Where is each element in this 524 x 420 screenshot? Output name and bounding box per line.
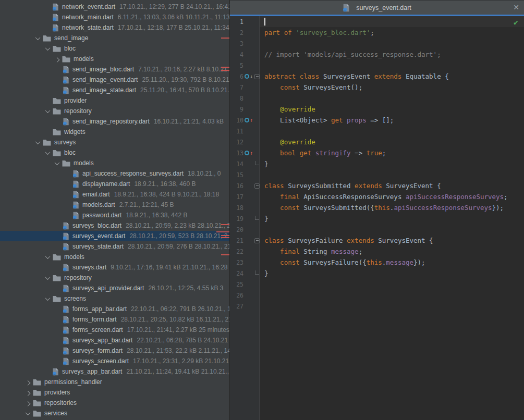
tree-file-surveys_event.dart[interactable]: surveys_event.dart28.10.21., 20:59, 523 … bbox=[0, 231, 229, 241]
code-line[interactable]: 10↑ List<Object> get props => []; bbox=[230, 115, 524, 126]
chevron-down-icon[interactable] bbox=[43, 109, 53, 113]
chevron-right-icon[interactable] bbox=[52, 57, 62, 61]
chevron-down-icon[interactable] bbox=[43, 297, 53, 301]
code-line[interactable]: 9 @override bbox=[230, 104, 524, 115]
tree-file-surveys_app_bar.dart[interactable]: surveys_app_bar.dart21.10.21., 11:24, 19… bbox=[0, 366, 229, 377]
code-text: List<Object> get props => []; bbox=[260, 116, 394, 124]
tree-file-password.dart[interactable]: password.dart18.9.21., 16:38, 442 B bbox=[0, 210, 229, 220]
code-line[interactable]: 1 bbox=[230, 16, 524, 27]
file-meta: 18.9.21., 16:38, 424 B 9.10.21., 18:18 bbox=[114, 191, 220, 198]
code-line[interactable]: 11 bbox=[230, 126, 524, 137]
tree-folder-providers[interactable]: providers bbox=[0, 387, 229, 398]
chevron-down-icon[interactable] bbox=[43, 255, 53, 259]
tree-folder-models[interactable]: models bbox=[0, 158, 229, 168]
fold-marker[interactable] bbox=[254, 183, 260, 189]
tree-file-displayname.dart[interactable]: displayname.dart18.9.21., 16:38, 460 B bbox=[0, 179, 229, 189]
tree-folder-screens[interactable]: screens bbox=[0, 293, 229, 304]
code-line[interactable]: 21class SurveysFailure extends SurveysEv… bbox=[230, 235, 524, 246]
tree-folder-permissions_handler[interactable]: permissions_handler bbox=[0, 377, 229, 387]
tree-folder-repositories[interactable]: repositories bbox=[0, 398, 229, 408]
code-line[interactable]: 16class SurveysSubmitted extends Surveys… bbox=[230, 180, 524, 191]
code-line[interactable]: 4// import 'models/api_success_response.… bbox=[230, 49, 524, 60]
tree-folder-services[interactable]: services bbox=[0, 408, 229, 418]
tree-file-surveys.dart[interactable]: surveys.dart9.10.21., 17:16, 19.41 kB 21… bbox=[0, 262, 229, 273]
fold-marker[interactable] bbox=[254, 163, 260, 165]
editor-title-bar[interactable]: surveys_event.dart ✕ bbox=[230, 0, 524, 15]
code-line[interactable]: 6↓abstract class SurveysEvent extends Eq… bbox=[230, 71, 524, 82]
tree-file-surveys_form.dart[interactable]: surveys_form.dart28.10.21., 21:53, 22.2 … bbox=[0, 345, 229, 356]
chevron-down-icon[interactable] bbox=[43, 151, 53, 155]
tree-folder-repository[interactable]: repository bbox=[0, 273, 229, 283]
fold-marker[interactable] bbox=[254, 74, 260, 79]
code-line[interactable]: 13↑ bool get stringify => true; bbox=[230, 147, 524, 158]
tree-file-surveys_state.dart[interactable]: surveys_state.dart28.10.21., 20:59, 276 … bbox=[0, 241, 229, 252]
code-area[interactable]: 12part of 'surveys_bloc.dart';34// impor… bbox=[230, 16, 524, 420]
overrides-method-icon[interactable]: ↑ bbox=[245, 151, 254, 156]
tree-file-api_success_response_surveys.dart[interactable]: api_success_response_surveys.dart18.10.2… bbox=[0, 168, 229, 179]
code-line[interactable]: 3 bbox=[230, 38, 524, 49]
tree-file-surveys_api_provider.dart[interactable]: surveys_api_provider.dart26.10.21., 12:2… bbox=[0, 283, 229, 293]
code-line[interactable]: 15 bbox=[230, 169, 524, 180]
tree-file-models.dart[interactable]: models.dart2.7.21., 12:21, 45 B bbox=[0, 200, 229, 210]
code-line[interactable]: 25 bbox=[230, 279, 524, 290]
tree-file-forms_app_bar.dart[interactable]: forms_app_bar.dart22.10.21., 06:22, 791 … bbox=[0, 304, 229, 314]
tree-file-send_image_repository.dart[interactable]: send_image_repository.dart16.10.21., 21:… bbox=[0, 116, 229, 127]
code-line[interactable]: 17 final ApiSuccessResponseSurveys apiSu… bbox=[230, 191, 524, 202]
tree-folder-surveys[interactable]: surveys bbox=[0, 137, 229, 147]
code-line[interactable]: 26 bbox=[230, 290, 524, 301]
chevron-right-icon[interactable] bbox=[23, 401, 33, 405]
close-icon[interactable]: ✕ bbox=[513, 3, 519, 11]
chevron-down-icon[interactable] bbox=[43, 47, 53, 51]
fold-marker[interactable] bbox=[254, 238, 260, 243]
tree-folder-models[interactable]: models bbox=[0, 252, 229, 262]
tree-folder-repository[interactable]: repository bbox=[0, 106, 229, 116]
chevron-down-icon[interactable] bbox=[33, 36, 43, 40]
tree-file-forms_screen.dart[interactable]: forms_screen.dart17.10.21., 21:41, 2.27 … bbox=[0, 325, 229, 335]
chevron-down-icon[interactable] bbox=[52, 162, 62, 165]
tree-file-send_image_state.dart[interactable]: send_image_state.dart25.11.20., 16:41, 5… bbox=[0, 85, 229, 95]
tree-folder-provider[interactable]: provider bbox=[0, 95, 229, 106]
code-line[interactable]: 5 bbox=[230, 60, 524, 71]
tree-file-network_event.dart[interactable]: network_event.dart17.10.21., 12:29, 277 … bbox=[0, 2, 229, 12]
tree-file-send_image_bloc.dart[interactable]: send_image_bloc.dart7.10.21., 20:16, 2.2… bbox=[0, 64, 229, 75]
tree-folder-widgets[interactable]: widgets bbox=[0, 127, 229, 137]
tree-folder-bloc[interactable]: bloc bbox=[0, 43, 229, 54]
line-number: 26 bbox=[230, 292, 243, 299]
tree-folder-bloc[interactable]: bloc bbox=[0, 147, 229, 158]
code-line[interactable]: 12 @override bbox=[230, 137, 524, 147]
code-line[interactable]: 22 final String message; bbox=[230, 246, 524, 257]
code-line[interactable]: 18 const SurveysSubmitted({this.apiSucce… bbox=[230, 202, 524, 213]
fold-marker[interactable] bbox=[254, 218, 260, 220]
tree-file-surveys_screen.dart[interactable]: surveys_screen.dart17.10.21., 23:31, 2.2… bbox=[0, 356, 229, 366]
tree-file-forms_form.dart[interactable]: forms_form.dart28.10.21., 20:25, 10.82 k… bbox=[0, 314, 229, 325]
code-line[interactable]: 23 const SurveysFailure({this.message}); bbox=[230, 257, 524, 268]
tree-folder-models[interactable]: models bbox=[0, 54, 229, 64]
tree-file-network_state.dart[interactable]: network_state.dart17.10.21., 12:18, 177 … bbox=[0, 22, 229, 33]
code-line[interactable]: 20 bbox=[230, 224, 524, 235]
file-name: surveys_bloc.dart bbox=[72, 222, 121, 229]
tree-file-email.dart[interactable]: email.dart18.9.21., 16:38, 424 B 9.10.21… bbox=[0, 189, 229, 200]
project-tree-panel[interactable]: network_event.dart17.10.21., 12:29, 277 … bbox=[0, 0, 229, 420]
code-line[interactable]: 7 const SurveysEvent(); bbox=[230, 82, 524, 93]
dart-file-icon bbox=[63, 337, 69, 344]
code-line[interactable]: 19} bbox=[230, 213, 524, 224]
code-line[interactable]: 8 bbox=[230, 93, 524, 104]
code-line[interactable]: 27 bbox=[230, 301, 524, 312]
code-line[interactable]: 14} bbox=[230, 158, 524, 169]
tree-folder-send_image[interactable]: send_image bbox=[0, 33, 229, 43]
chevron-down-icon[interactable] bbox=[43, 276, 53, 280]
fold-marker[interactable] bbox=[254, 273, 260, 275]
code-line[interactable]: 24} bbox=[230, 268, 524, 279]
chevron-right-icon[interactable] bbox=[23, 391, 33, 394]
tree-file-surveys_app_bar.dart[interactable]: surveys_app_bar.dart22.10.21., 06:28, 78… bbox=[0, 335, 229, 345]
tree-file-send_image_event.dart[interactable]: send_image_event.dart25.11.20., 19:30, 7… bbox=[0, 75, 229, 85]
tree-file-network_main.dart[interactable]: network_main.dart6.11.21., 13:03, 3.06 k… bbox=[0, 12, 229, 22]
tree-file-surveys_bloc.dart[interactable]: surveys_bloc.dart28.10.21., 20:59, 2.23 … bbox=[0, 220, 229, 231]
chevron-down-icon[interactable] bbox=[23, 412, 33, 415]
overrides-method-icon[interactable]: ↑ bbox=[245, 118, 254, 123]
is-overridden-icon[interactable]: ↓ bbox=[245, 74, 254, 79]
inspections-ok-icon[interactable]: ✔ bbox=[514, 18, 518, 27]
chevron-right-icon[interactable] bbox=[23, 380, 33, 384]
code-line[interactable]: 2part of 'surveys_bloc.dart'; bbox=[230, 27, 524, 38]
chevron-down-icon[interactable] bbox=[33, 141, 43, 144]
